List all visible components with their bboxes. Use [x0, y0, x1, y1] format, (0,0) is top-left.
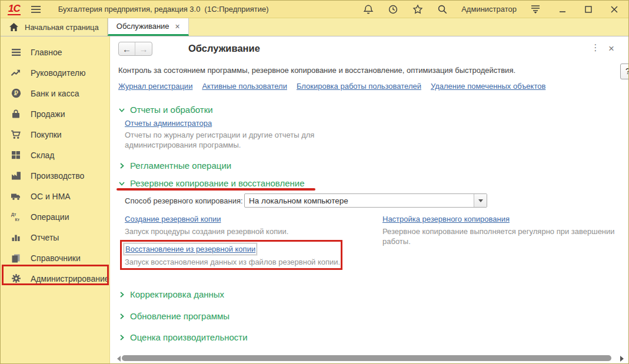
sidebar-item-operations[interactable]: ДтКт Операции: [1, 206, 109, 227]
section-scheduled-header[interactable]: Регламентные операции: [118, 161, 231, 171]
sidebar-item-reports[interactable]: Отчеты: [1, 227, 109, 248]
sidebar-item-manager[interactable]: Руководителю: [1, 62, 109, 83]
scrollbar-thumb[interactable]: [122, 355, 611, 361]
chevron-down-icon: [118, 106, 125, 113]
sidebar-item-warehouse[interactable]: Склад: [1, 145, 109, 165]
link-user-lock[interactable]: Блокировка работы пользователей: [297, 82, 421, 91]
menu-icon: [10, 48, 22, 56]
sidebar-item-label: Покупки: [31, 130, 62, 139]
sidebar-item-label: Банк и касса: [31, 89, 79, 98]
navigation-buttons: ← →: [118, 42, 152, 56]
books-icon: [10, 253, 22, 263]
svg-text:Р: Р: [14, 90, 18, 96]
section-performance-header[interactable]: Оценка производительности: [118, 332, 248, 342]
horizontal-scrollbar: [111, 355, 629, 362]
dtkt-icon: ДтКт: [10, 212, 22, 222]
title-bar: 1С Бухгалтерия предприятия, редакция 3.0…: [1, 1, 628, 18]
app-window: 1С Бухгалтерия предприятия, редакция 3.0…: [0, 0, 629, 364]
section-title: Регламентные операции: [130, 161, 231, 171]
sidebar-item-label: Продажи: [31, 109, 65, 119]
restore-backup-description: Запуск восстановления данных из файлов р…: [125, 257, 340, 267]
section-update-header[interactable]: Обновление программы: [118, 311, 229, 321]
link-restore-backup[interactable]: Восстановление из резервной копии: [125, 245, 255, 253]
backup-method-label: Способ резервного копирования:: [125, 196, 243, 205]
notifications-bell-icon[interactable]: [362, 4, 374, 15]
tab-close-icon[interactable]: ×: [175, 22, 180, 31]
annotation-underline-backup: [117, 188, 315, 191]
back-button[interactable]: ←: [119, 42, 135, 55]
tab-bar: Начальная страница Обслуживание ×: [1, 18, 628, 36]
backup-settings-description: Резервное копирование выполняется регуля…: [382, 226, 629, 246]
close-window-icon[interactable]: [608, 4, 620, 15]
link-admin-reports[interactable]: Отчеты администратора: [125, 119, 212, 128]
link-backup-settings[interactable]: Настройка резервного копирования: [382, 215, 510, 223]
link-create-backup[interactable]: Создание резервной копии: [125, 215, 221, 223]
page-title: Обслуживание: [188, 43, 260, 54]
toolbar-links: Журнал регистрации Активные пользователи…: [118, 82, 545, 91]
main-menu-icon[interactable]: [30, 4, 42, 15]
history-icon[interactable]: [387, 4, 399, 15]
sidebar-item-main[interactable]: Главное: [1, 42, 109, 62]
link-registration-journal[interactable]: Журнал регистрации: [118, 82, 192, 91]
maximize-icon[interactable]: [583, 4, 594, 15]
chevron-down-icon: [118, 180, 125, 187]
ruble-icon: Р: [10, 88, 22, 98]
section-title: Резервное копирование и восстановление: [130, 178, 305, 188]
section-title: Обновление программы: [130, 311, 229, 321]
link-active-users[interactable]: Активные пользователи: [202, 82, 287, 91]
sidebar-item-label: Справочники: [31, 253, 81, 263]
chevron-right-icon: [118, 334, 125, 341]
sidebar-item-label: Отчеты: [31, 233, 59, 242]
1c-logo-icon: 1С: [8, 4, 21, 15]
boxes-icon: [10, 151, 22, 159]
help-button[interactable]: ?: [620, 64, 629, 79]
service-menu-icon[interactable]: [530, 4, 541, 15]
section-reports-header[interactable]: Отчеты и обработки: [118, 105, 213, 115]
backup-method-value: На локальном компьютере: [245, 196, 474, 205]
sidebar-item-production[interactable]: Производство: [1, 165, 109, 186]
section-title: Оценка производительности: [130, 332, 248, 342]
tab-service-label: Обслуживание: [117, 22, 169, 31]
sidebar-item-label: Операции: [31, 212, 69, 222]
sidebar-item-directories[interactable]: Справочники: [1, 248, 109, 268]
sidebar-item-label: Администрирование: [31, 274, 109, 283]
forward-button[interactable]: →: [135, 42, 152, 55]
scroll-left-icon[interactable]: [114, 356, 121, 362]
search-icon[interactable]: [437, 4, 448, 15]
tab-home-label: Начальная страница: [25, 23, 99, 32]
page-subtitle: Контроль за состоянием программы, резерв…: [118, 66, 515, 75]
sidebar-item-administration[interactable]: Администрирование: [1, 268, 109, 289]
chart-icon: [10, 233, 22, 242]
current-user[interactable]: Администратор: [461, 5, 517, 14]
scroll-right-icon[interactable]: [620, 356, 627, 362]
tab-home-page[interactable]: Начальная страница: [1, 18, 107, 36]
sidebar-item-label: Главное: [31, 48, 62, 57]
window-body: Главное Руководителю Р Банк и касса Прод…: [1, 36, 628, 364]
more-menu-icon[interactable]: ⋮: [591, 42, 600, 53]
panel-close-icon[interactable]: ×: [608, 43, 614, 55]
admin-reports-description: Отчеты по журналу регистрации и другие о…: [125, 130, 334, 150]
chevron-right-icon: [118, 313, 125, 320]
backup-method-select[interactable]: На локальном компьютере: [244, 193, 487, 208]
factory-icon: [10, 171, 22, 180]
service-panel: ← → Обслуживание ⋮ × Контроль за состоян…: [111, 36, 629, 364]
sidebar-item-purchases[interactable]: Покупки: [1, 124, 109, 145]
home-icon: [9, 22, 19, 32]
minimize-icon[interactable]: [557, 4, 568, 15]
dropdown-arrow-icon[interactable]: [474, 194, 487, 207]
tab-service[interactable]: Обслуживание ×: [108, 18, 189, 36]
section-title: Отчеты и обработки: [130, 105, 213, 115]
chevron-right-icon: [118, 291, 125, 298]
window-title: Бухгалтерия предприятия, редакция 3.0 (1…: [58, 5, 269, 14]
gear-icon: [10, 273, 22, 283]
sidebar-item-fixed-assets[interactable]: ОС и НМА: [1, 186, 109, 206]
sidebar-item-label: Производство: [31, 171, 84, 181]
sidebar-item-bank[interactable]: Р Банк и касса: [1, 83, 109, 103]
link-delete-marked-objects[interactable]: Удаление помеченных объектов: [431, 82, 545, 91]
svg-text:Дт: Дт: [11, 212, 16, 217]
section-backup-header[interactable]: Резервное копирование и восстановление: [118, 178, 305, 188]
sidebar-item-sales[interactable]: Продажи: [1, 103, 109, 124]
trend-icon: [10, 68, 22, 77]
favorites-star-icon[interactable]: [412, 4, 424, 15]
section-correction-header[interactable]: Корректировка данных: [118, 289, 224, 299]
